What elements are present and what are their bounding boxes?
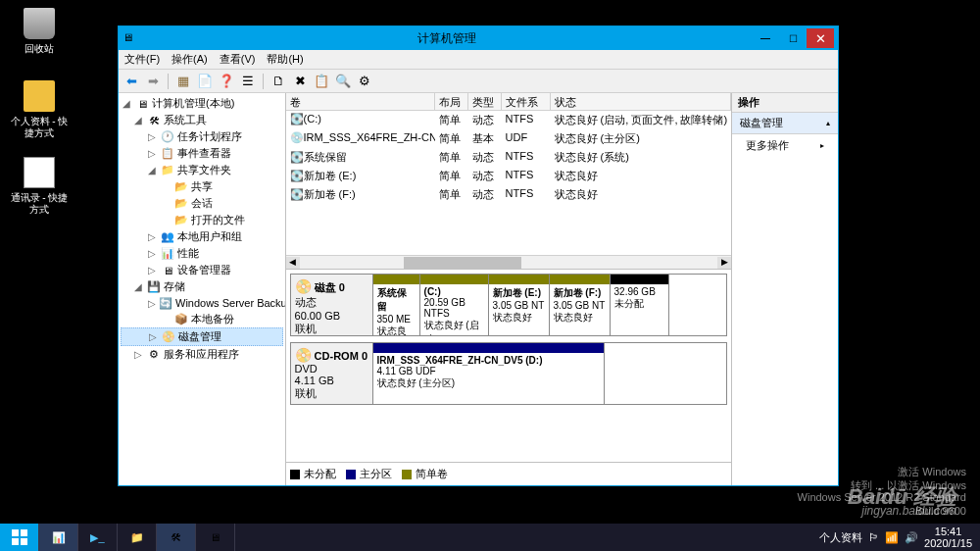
tray-flag-icon[interactable]: 🏳 <box>868 531 879 543</box>
volume-icon: 💽 <box>290 151 304 164</box>
tree-item-icon: 🔄 <box>159 296 172 310</box>
task-explorer[interactable]: 📁 <box>118 524 157 551</box>
tree-item-label: 性能 <box>177 246 199 261</box>
disk-icon: 📀 <box>295 347 312 363</box>
tree-root[interactable]: ◢🖥 计算机管理(本地) <box>121 95 283 112</box>
tree-item-label: 存储 <box>164 279 185 294</box>
disk-partition[interactable]: 32.96 GB未分配 <box>611 275 669 335</box>
minimize-button[interactable]: ─ <box>752 28 779 48</box>
menu-action[interactable]: 操作(A) <box>172 52 208 67</box>
format-icon[interactable]: 📋 <box>313 73 330 90</box>
tree-item-icon: 🖥 <box>161 264 174 277</box>
more-actions-item[interactable]: 更多操作 <box>732 134 838 157</box>
tree-item-icon: 📋 <box>161 147 174 161</box>
start-button[interactable] <box>0 524 39 551</box>
menubar: 文件(F) 操作(A) 查看(V) 帮助(H) <box>119 50 838 70</box>
menu-file[interactable]: 文件(F) <box>124 52 160 67</box>
baidu-url-watermark: jingyan.baidu.com <box>861 504 956 518</box>
volume-list: 卷 布局 类型 文件系统 状态 💽(C:)简单动态NTFS状态良好 (启动, 页… <box>286 93 732 270</box>
volume-row[interactable]: 💽新加卷 (E:)简单动态NTFS状态良好 <box>286 167 732 185</box>
clock[interactable]: 15:41 2020/1/15 <box>924 526 972 549</box>
volume-row[interactable]: 💿IRM_SSS_X64FRE_ZH-CN_DV5 (D:)简单基本UDF状态良… <box>286 129 732 148</box>
volume-icon: 💽 <box>290 188 304 201</box>
titlebar[interactable]: 🖥 计算机管理 ─ ☐ ✕ <box>119 26 838 50</box>
disk-label: 📀 磁盘 0动态60.00 GB联机 <box>291 275 373 335</box>
scroll-right-icon[interactable]: ▶ <box>717 257 731 269</box>
tree-item[interactable]: ◢💾存储 <box>121 278 283 295</box>
tree-item-icon: 📊 <box>161 247 174 261</box>
tree-item[interactable]: ◢🛠系统工具 <box>121 112 283 128</box>
tool-icon[interactable]: 🔍 <box>334 73 352 90</box>
actions-category[interactable]: 磁盘管理 <box>732 113 838 134</box>
settings-icon[interactable]: ⚙ <box>356 73 373 90</box>
tree-item[interactable]: 📂会话 <box>121 195 283 212</box>
recycle-bin-icon[interactable]: 回收站 <box>10 8 69 55</box>
tray-network-icon[interactable]: 📶 <box>885 531 899 544</box>
volume-row[interactable]: 💽(C:)简单动态NTFS状态良好 (启动, 页面文件, 故障转储) <box>286 111 732 129</box>
col-status[interactable]: 状态 <box>551 93 732 110</box>
tree-item[interactable]: ▷👥本地用户和组 <box>121 228 283 245</box>
tree-item[interactable]: ▷📀磁盘管理 <box>121 327 283 346</box>
volume-row[interactable]: 💽系统保留简单动态NTFS状态良好 (系统) <box>286 148 732 167</box>
col-type[interactable]: 类型 <box>468 93 502 110</box>
maximize-button[interactable]: ☐ <box>779 28 807 48</box>
delete-icon[interactable]: ✖ <box>291 73 309 90</box>
col-filesystem[interactable]: 文件系统 <box>502 93 551 110</box>
legend: 未分配主分区简单卷 <box>286 462 732 485</box>
menu-view[interactable]: 查看(V) <box>220 52 256 67</box>
properties-icon[interactable]: 📄 <box>196 73 214 90</box>
svg-rect-1 <box>21 529 27 536</box>
tray-text[interactable]: 个人资料 <box>819 530 862 545</box>
tray-sound-icon[interactable]: 🔊 <box>905 531 918 544</box>
svg-rect-0 <box>12 529 19 536</box>
disk-partition[interactable]: (C:)20.59 GB NTFS状态良好 (启动 <box>420 275 489 335</box>
volume-icon: 💽 <box>290 170 304 182</box>
tree-item[interactable]: 📦本地备份 <box>121 311 283 327</box>
personal-data-shortcut[interactable]: 个人资料 - 快捷方式 <box>10 80 69 139</box>
tree-item[interactable]: ▷⚙服务和应用程序 <box>121 346 283 363</box>
menu-help[interactable]: 帮助(H) <box>267 52 303 67</box>
tree-item[interactable]: ◢📁共享文件夹 <box>121 162 283 178</box>
task-server-manager[interactable]: 📊 <box>39 524 78 551</box>
tree-item[interactable]: ▷📋事件查看器 <box>121 145 283 162</box>
tree-item[interactable]: 📂共享 <box>121 178 283 195</box>
horizontal-scrollbar[interactable]: ◀ ▶ <box>286 255 732 269</box>
grid-icon[interactable]: ▦ <box>174 73 192 90</box>
back-button[interactable]: ⬅ <box>122 73 140 90</box>
scroll-left-icon[interactable]: ◀ <box>286 257 300 269</box>
legend-item: 主分区 <box>346 467 392 481</box>
task-computer-management[interactable]: 🛠 <box>157 524 196 551</box>
help-icon[interactable]: ❓ <box>218 73 235 90</box>
tree-item-icon: 📀 <box>162 330 175 344</box>
center-panel: 卷 布局 类型 文件系统 状态 💽(C:)简单动态NTFS状态良好 (启动, 页… <box>286 93 733 485</box>
disk-partition[interactable]: IRM_SSS_X64FRE_ZH-CN_DV5 (D:)4.11 GB UDF… <box>373 343 605 404</box>
col-layout[interactable]: 布局 <box>435 93 468 110</box>
forward-button[interactable]: ➡ <box>144 73 162 90</box>
tree-item-icon: 🛠 <box>147 114 161 127</box>
scroll-thumb[interactable] <box>404 257 521 269</box>
disk-partition[interactable]: 系统保留350 ME状态良好 <box>373 275 420 335</box>
tree-item-label: 磁盘管理 <box>178 329 221 344</box>
tree-item[interactable]: ▷📊性能 <box>121 245 283 262</box>
tree-item-label: 打开的文件 <box>191 213 245 227</box>
tree-item[interactable]: ▷🔄Windows Server Backup <box>121 295 283 311</box>
refresh-icon[interactable]: 🗋 <box>270 73 287 90</box>
disk-partition[interactable]: 新加卷 (E:)3.05 GB NT状态良好 <box>489 275 550 335</box>
tree-item-label: 会话 <box>191 196 213 211</box>
disk-row[interactable]: 📀 磁盘 0动态60.00 GB联机系统保留350 ME状态良好(C:)20.5… <box>290 274 728 336</box>
disk-partition[interactable]: 新加卷 (F:)3.05 GB NT状态良好 <box>550 275 611 335</box>
volume-row[interactable]: 💽新加卷 (F:)简单动态NTFS状态良好 <box>286 185 732 204</box>
tree-item[interactable]: ▷🕐任务计划程序 <box>121 128 283 145</box>
tree-item-label: 事件查看器 <box>177 146 231 161</box>
col-volume[interactable]: 卷 <box>286 93 435 110</box>
tree-item[interactable]: 📂打开的文件 <box>121 212 283 228</box>
window-title: 计算机管理 <box>142 30 752 47</box>
task-powershell[interactable]: ▶_ <box>78 524 118 551</box>
close-button[interactable]: ✕ <box>807 28 834 48</box>
disk-row[interactable]: 📀 CD-ROM 0DVD4.11 GB联机IRM_SSS_X64FRE_ZH-… <box>290 342 728 405</box>
actions-header: 操作 <box>732 93 838 113</box>
tree-item[interactable]: ▷🖥设备管理器 <box>121 262 283 278</box>
task-mmc[interactable]: 🖥 <box>196 524 235 551</box>
list-icon[interactable]: ☰ <box>239 73 257 90</box>
contacts-shortcut[interactable]: 通讯录 - 快捷方式 <box>10 157 69 216</box>
